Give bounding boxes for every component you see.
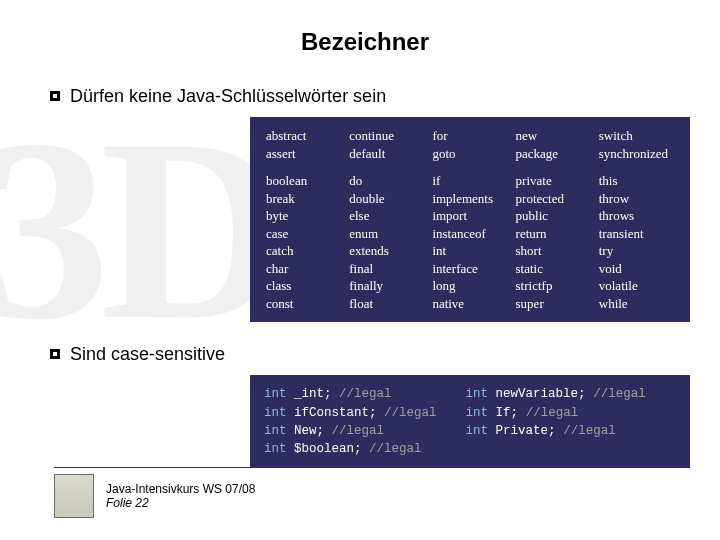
kw: return xyxy=(512,225,595,243)
divider xyxy=(54,467,660,468)
code-line: int Private; //legal xyxy=(466,422,676,440)
bullet-1: Dürfen keine Java-Schlüsselwörter sein xyxy=(50,86,680,107)
kw: this xyxy=(595,172,678,190)
code-line: int _int; //legal xyxy=(264,385,466,403)
kw: protected xyxy=(512,190,595,208)
university-logo xyxy=(54,474,94,518)
table-row: break double implements protected throw xyxy=(262,190,678,208)
kw: volatile xyxy=(595,277,678,295)
kw: assert xyxy=(262,145,345,163)
code-table: int _int; //legal int newVariable; //leg… xyxy=(264,385,676,458)
kw: transient xyxy=(595,225,678,243)
kw: while xyxy=(595,295,678,313)
code-line: int ifConstant; //legal xyxy=(264,404,466,422)
code-line: int If; //legal xyxy=(466,404,676,422)
table-row: char final interface static void xyxy=(262,260,678,278)
slide: Bezeichner Dürfen keine Java-Schlüsselwö… xyxy=(0,0,720,540)
kw: double xyxy=(345,190,428,208)
kw: implements xyxy=(428,190,511,208)
table-row: const float native super while xyxy=(262,295,678,313)
kw: boolean xyxy=(262,172,345,190)
table-row: assert default goto package synchronized xyxy=(262,145,678,163)
kw: goto xyxy=(428,145,511,163)
kw: int xyxy=(428,242,511,260)
kw: if xyxy=(428,172,511,190)
kw: byte xyxy=(262,207,345,225)
kw: enum xyxy=(345,225,428,243)
table-row: case enum instanceof return transient xyxy=(262,225,678,243)
kw: catch xyxy=(262,242,345,260)
kw: finally xyxy=(345,277,428,295)
code-line: int New; //legal xyxy=(264,422,466,440)
kw: synchronized xyxy=(595,145,678,163)
kw: new xyxy=(512,127,595,145)
kw: package xyxy=(512,145,595,163)
kw: throws xyxy=(595,207,678,225)
code-line: int newVariable; //legal xyxy=(466,385,676,403)
kw: final xyxy=(345,260,428,278)
bullet-2-text: Sind case-sensitive xyxy=(70,344,225,365)
keywords-table-box: abstract continue for new switch assert … xyxy=(250,117,690,322)
kw: float xyxy=(345,295,428,313)
code-example-box: int _int; //legal int newVariable; //leg… xyxy=(250,375,690,468)
kw: else xyxy=(345,207,428,225)
table-row: byte else import public throws xyxy=(262,207,678,225)
table-row: catch extends int short try xyxy=(262,242,678,260)
kw: continue xyxy=(345,127,428,145)
kw: import xyxy=(428,207,511,225)
table-row: abstract continue for new switch xyxy=(262,127,678,145)
keywords-table: abstract continue for new switch assert … xyxy=(262,127,678,312)
kw: case xyxy=(262,225,345,243)
kw: class xyxy=(262,277,345,295)
footer: Java-Intensivkurs WS 07/08 Folie 22 xyxy=(54,474,255,518)
table-row: class finally long strictfp volatile xyxy=(262,277,678,295)
footer-text: Java-Intensivkurs WS 07/08 Folie 22 xyxy=(106,482,255,510)
kw: default xyxy=(345,145,428,163)
kw: strictfp xyxy=(512,277,595,295)
bullet-2: Sind case-sensitive xyxy=(50,344,680,365)
kw: long xyxy=(428,277,511,295)
course-name: Java-Intensivkurs WS 07/08 xyxy=(106,482,255,496)
kw: super xyxy=(512,295,595,313)
bullet-icon xyxy=(50,349,60,359)
kw: try xyxy=(595,242,678,260)
kw: do xyxy=(345,172,428,190)
kw: char xyxy=(262,260,345,278)
kw: extends xyxy=(345,242,428,260)
kw: throw xyxy=(595,190,678,208)
kw: instanceof xyxy=(428,225,511,243)
code-line: int $boolean; //legal xyxy=(264,440,466,458)
kw: const xyxy=(262,295,345,313)
table-row: boolean do if private this xyxy=(262,172,678,190)
kw: public xyxy=(512,207,595,225)
kw: abstract xyxy=(262,127,345,145)
kw: break xyxy=(262,190,345,208)
bullet-1-text: Dürfen keine Java-Schlüsselwörter sein xyxy=(70,86,386,107)
bullet-icon xyxy=(50,91,60,101)
kw: short xyxy=(512,242,595,260)
kw: switch xyxy=(595,127,678,145)
kw: static xyxy=(512,260,595,278)
kw: interface xyxy=(428,260,511,278)
kw: private xyxy=(512,172,595,190)
kw: native xyxy=(428,295,511,313)
kw: void xyxy=(595,260,678,278)
slide-title: Bezeichner xyxy=(50,28,680,56)
slide-number: Folie 22 xyxy=(106,496,255,510)
kw: for xyxy=(428,127,511,145)
